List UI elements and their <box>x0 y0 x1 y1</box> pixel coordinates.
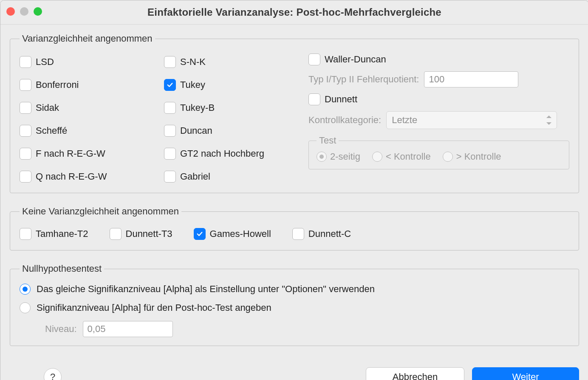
radio-dot <box>443 152 453 162</box>
scheffe-checkbox[interactable]: Scheffé <box>20 123 160 138</box>
checkbox-box <box>20 228 31 240</box>
unequal-variance-group: Keine Varianzgleichheit angenommen Tamha… <box>10 206 579 251</box>
titlebar: Einfaktorielle Varianzanalyse: Post-hoc-… <box>0 0 588 25</box>
checkbox-label: Sidak <box>36 102 59 113</box>
checkbox-label: Dunnett-C <box>308 228 351 239</box>
dunnett_t3-checkbox[interactable]: Dunnett-T3 <box>110 226 172 242</box>
window-maximize-button[interactable] <box>34 7 42 16</box>
help-icon: ? <box>50 372 55 380</box>
checkbox-label: Tukey-B <box>180 102 215 113</box>
checkbox-label: Q nach R-E-G-W <box>36 171 107 182</box>
dunnett-test-radios: 2-seitig < Kontrolle > Kontrolle <box>317 151 561 162</box>
checkbox-box <box>164 56 176 68</box>
tukey-checkbox[interactable]: Tukey <box>164 77 304 93</box>
null-hypothesis-group: Nullhypothesentest Das gleiche Signifika… <box>10 263 579 346</box>
checkbox-box <box>20 171 31 183</box>
unequal-variance-legend: Keine Varianzgleichheit angenommen <box>20 206 181 217</box>
checkbox-label: LSD <box>36 56 54 68</box>
radio-label: < Kontrolle <box>386 151 431 162</box>
checkbox-label: F nach R-E-G-W <box>36 148 105 159</box>
dialog-button-bar: ? Abbrechen Weiter <box>0 367 588 380</box>
regw_f-checkbox[interactable]: F nach R-E-G-W <box>20 146 160 161</box>
checkbox-box <box>164 171 176 183</box>
radio-dot <box>20 284 31 295</box>
checkbox-box <box>308 93 320 105</box>
checkbox-box <box>164 148 176 160</box>
control-category-select[interactable]: Letzte <box>386 111 557 129</box>
error-ratio-row: Typ I/Typ II Fehlerquotient: <box>308 71 569 87</box>
checkbox-box <box>20 125 31 137</box>
unequal-variance-row: Tamhane-T2Dunnett-T3Games-HowellDunnett-… <box>20 225 569 242</box>
equal-variance-legend: Varianzgleichheit angenommen <box>20 33 155 44</box>
radio-gt-control: > Kontrolle <box>443 151 501 162</box>
error-ratio-label: Typ I/Typ II Fehlerquotient: <box>308 74 419 85</box>
radio-use-options-alpha[interactable]: Das gleiche Signifikanzniveau [Alpha] al… <box>20 284 569 295</box>
dunnett-test-group: Test 2-seitig < Kontrolle <box>308 135 569 169</box>
error-ratio-input[interactable] <box>424 71 518 87</box>
dunnett_c-checkbox[interactable]: Dunnett-C <box>292 226 351 242</box>
radio-label: Signifikanzniveau [Alpha] für den Post-h… <box>37 302 271 313</box>
checkbox-box <box>20 148 31 160</box>
dunnett-checkbox[interactable]: Dunnett <box>308 92 569 107</box>
checkbox-label: Duncan <box>180 125 212 136</box>
radio-label: Das gleiche Signifikanzniveau [Alpha] al… <box>37 284 375 295</box>
checkbox-label: Dunnett-T3 <box>126 228 172 239</box>
continue-button[interactable]: Weiter <box>472 367 579 380</box>
lsd-checkbox[interactable]: LSD <box>20 54 160 70</box>
equal-variance-grid: LSDBonferroniSidakSchefféF nach R-E-G-WQ… <box>20 52 569 184</box>
checkbox-box <box>308 53 320 65</box>
waller-duncan-checkbox[interactable]: Waller-Duncan <box>308 52 569 67</box>
equal-variance-right: Waller-Duncan Typ I/Typ II Fehlerquotien… <box>308 52 569 184</box>
checkbox-box <box>164 102 176 114</box>
button-label: Weiter <box>512 372 539 380</box>
window-title: Einfaktorielle Varianzanalyse: Post-hoc-… <box>0 6 588 18</box>
checkbox-label: Games-Howell <box>210 228 271 239</box>
radio-lt-control: < Kontrolle <box>372 151 431 162</box>
snk-checkbox[interactable]: S-N-K <box>164 54 304 70</box>
checkbox-box <box>20 56 31 68</box>
checkbox-box <box>110 228 122 240</box>
checkbox-box <box>164 125 176 137</box>
games_howell-checkbox[interactable]: Games-Howell <box>194 226 271 242</box>
checkbox-label: GT2 nach Hochberg <box>180 148 264 159</box>
radio-two-sided: 2-seitig <box>317 151 360 162</box>
window-close-button[interactable] <box>6 7 15 16</box>
equal-variance-group: Varianzgleichheit angenommen LSDBonferro… <box>10 33 579 193</box>
window-minimize-button[interactable] <box>20 7 28 16</box>
dunnett-test-legend: Test <box>317 135 339 146</box>
checkbox-label: Tukey <box>180 79 205 90</box>
checkbox-label: S-N-K <box>180 56 206 68</box>
radio-dot <box>372 152 382 162</box>
hochberg-checkbox[interactable]: GT2 nach Hochberg <box>164 146 304 161</box>
cancel-button[interactable]: Abbrechen <box>366 367 464 380</box>
button-label: Abbrechen <box>393 372 438 380</box>
radio-dot <box>20 302 31 313</box>
checkbox-label: Tamhane-T2 <box>36 228 88 239</box>
tamhane-checkbox[interactable]: Tamhane-T2 <box>20 226 88 242</box>
radio-specify-alpha[interactable]: Signifikanzniveau [Alpha] für den Post-h… <box>20 302 569 313</box>
tukey_b-checkbox[interactable]: Tukey-B <box>164 100 304 115</box>
radio-dot <box>317 152 327 162</box>
checkbox-label: Dunnett <box>325 94 357 105</box>
dialog-content: Varianzgleichheit angenommen LSDBonferro… <box>0 25 588 368</box>
regw_q-checkbox[interactable]: Q nach R-E-G-W <box>20 169 160 184</box>
checkbox-label: Bonferroni <box>36 79 79 90</box>
dialog-window: Einfaktorielle Varianzanalyse: Post-hoc-… <box>0 0 588 380</box>
gabriel-checkbox[interactable]: Gabriel <box>164 169 304 184</box>
equal-variance-col2: S-N-KTukeyTukey-BDuncanGT2 nach Hochberg… <box>164 52 304 184</box>
checkbox-box <box>20 79 31 91</box>
sidak-checkbox[interactable]: Sidak <box>20 100 160 115</box>
select-value: Letzte <box>392 115 417 126</box>
chevron-updown-icon <box>546 115 552 125</box>
checkbox-box <box>292 228 304 240</box>
alpha-level-label: Niveau: <box>45 324 77 335</box>
checkbox-label: Waller-Duncan <box>325 54 386 65</box>
duncan-checkbox[interactable]: Duncan <box>164 123 304 138</box>
bonferroni-checkbox[interactable]: Bonferroni <box>20 77 160 93</box>
window-controls <box>6 7 42 16</box>
checkbox-box <box>164 79 176 91</box>
alpha-level-input[interactable] <box>83 321 173 337</box>
help-button[interactable]: ? <box>44 368 62 380</box>
alpha-level-row: Niveau: <box>45 321 569 337</box>
radio-label: 2-seitig <box>330 151 360 162</box>
